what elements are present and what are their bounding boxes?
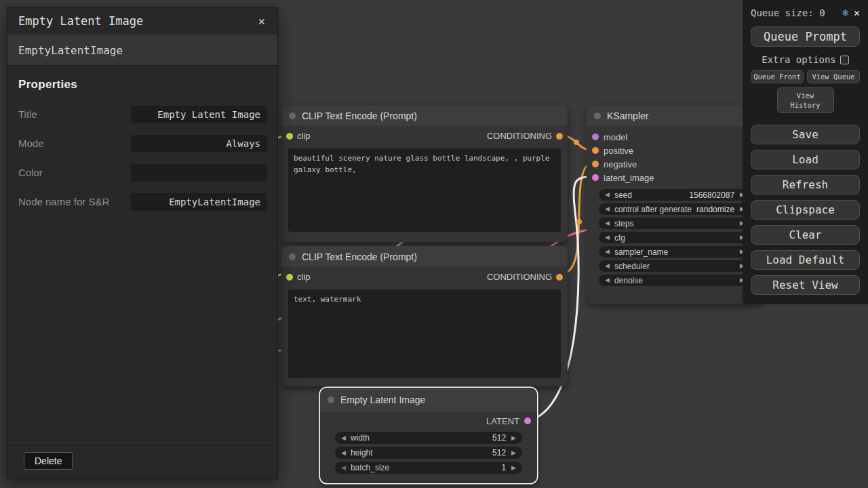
slot-row: clip CONDITIONING [281, 267, 568, 287]
input-slot-model: model [587, 130, 763, 144]
node-clip-text-encode-positive[interactable]: CLIP Text Encode (Prompt) clip CONDITION… [281, 105, 568, 242]
view-history-button[interactable]: View History [777, 87, 834, 113]
decrement-arrow-icon[interactable]: ◀ [605, 235, 610, 241]
widget-height[interactable]: ◀ height 512 ▶ [335, 447, 522, 459]
decrement-arrow-icon[interactable]: ◀ [605, 263, 610, 269]
settings-snowflake-icon[interactable]: ❄ [842, 7, 848, 19]
decrement-arrow-icon[interactable]: ◀ [341, 450, 346, 456]
latent-input-port[interactable] [592, 174, 599, 181]
collapse-dot-icon[interactable] [328, 396, 334, 403]
collapse-dot-icon[interactable] [289, 253, 296, 260]
widget-name: width [351, 433, 370, 443]
decrement-arrow-icon[interactable]: ◀ [341, 435, 346, 441]
collapse-dot-icon[interactable] [289, 113, 296, 119]
slot-label: CONDITIONING [487, 131, 552, 141]
extra-options-row: Extra options [751, 54, 860, 65]
positive-input-port[interactable] [592, 147, 599, 154]
input-slot-clip: clip [286, 131, 311, 141]
widget-name: denoise [614, 276, 643, 285]
output-slot-conditioning: CONDITIONING [487, 272, 563, 282]
node-header[interactable]: KSampler [587, 105, 763, 126]
queue-front-button[interactable]: Queue Front [751, 70, 804, 83]
decrement-arrow-icon[interactable]: ◀ [605, 220, 610, 226]
slot-label: positive [604, 146, 633, 156]
dialog-title: Empty Latent Image [18, 14, 253, 28]
input-slot-clip: clip [286, 272, 311, 282]
decrement-arrow-icon[interactable]: ◀ [605, 206, 610, 212]
node-name-field[interactable]: EmptyLatentImage [131, 193, 267, 211]
slot-row: clip CONDITIONING [281, 126, 568, 146]
slot-label: clip [297, 131, 311, 141]
field-label: Node name for S&R [18, 195, 120, 209]
increment-arrow-icon[interactable]: ▶ [511, 435, 516, 441]
close-menu-icon[interactable]: ✕ [854, 7, 860, 19]
widget-value: 512 [492, 448, 506, 458]
mode-select[interactable]: Always [131, 135, 267, 152]
widget-name: steps [614, 219, 634, 228]
decrement-arrow-icon[interactable]: ◀ [605, 192, 610, 198]
widget-cfg[interactable]: ◀ cfg ▶ [599, 232, 751, 243]
widget-value: 1566802087 [689, 190, 734, 200]
node-empty-latent-image[interactable]: Empty Latent Image LATENT ◀ width 512 ▶ … [320, 388, 537, 483]
negative-input-port[interactable] [592, 161, 599, 167]
queue-buttons-row: Queue Front View Queue [751, 70, 860, 83]
clip-input-port[interactable] [286, 133, 293, 140]
collapse-dot-icon[interactable] [594, 113, 601, 119]
wire-midpoint-dot [574, 140, 579, 145]
widget-scheduler[interactable]: ◀ scheduler ▶ [599, 260, 751, 272]
conditioning-output-port[interactable] [556, 133, 563, 140]
widget-control-after-generate[interactable]: ◀ control after generate randomize ▶ [599, 203, 751, 215]
clip-input-port[interactable] [286, 274, 293, 281]
extra-options-checkbox[interactable] [840, 56, 849, 64]
field-row-title: Title Empty Latent Image [18, 105, 267, 124]
save-button[interactable]: Save [751, 125, 860, 144]
increment-arrow-icon[interactable]: ▶ [511, 465, 516, 471]
field-row-color: Color [18, 163, 267, 182]
color-field[interactable] [131, 164, 267, 182]
node-header[interactable]: CLIP Text Encode (Prompt) [281, 105, 568, 126]
prompt-textarea[interactable]: text, watermark [288, 289, 561, 378]
refresh-button[interactable]: Refresh [751, 175, 860, 195]
clear-button[interactable]: Clear [751, 225, 860, 245]
queue-prompt-button[interactable]: Queue Prompt [751, 26, 860, 47]
widget-sampler-name[interactable]: ◀ sampler_name ▶ [599, 246, 751, 258]
prompt-textarea[interactable]: beautiful scenery nature glass bottle la… [288, 148, 561, 232]
decrement-arrow-icon[interactable]: ◀ [605, 249, 610, 255]
view-queue-button[interactable]: View Queue [807, 70, 860, 83]
node-ksampler[interactable]: KSampler model positive negative latent_… [587, 105, 763, 304]
latent-output-port[interactable] [524, 418, 531, 424]
output-slot-conditioning: CONDITIONING [487, 131, 563, 141]
node-properties-dialog: Empty Latent Image ✕ EmptyLatentImage Pr… [7, 7, 278, 479]
title-field[interactable]: Empty Latent Image [131, 106, 267, 123]
menu-header: Queue size: 0 ❄ ✕ [751, 4, 860, 22]
node-header[interactable]: Empty Latent Image [320, 388, 537, 412]
increment-arrow-icon[interactable]: ▶ [511, 450, 516, 456]
input-slot-positive: positive [587, 144, 763, 157]
node-class-name: EmptyLatentImage [7, 35, 277, 66]
slot-label: CONDITIONING [487, 272, 552, 282]
node-clip-text-encode-negative[interactable]: CLIP Text Encode (Prompt) clip CONDITION… [281, 246, 568, 386]
widget-width[interactable]: ◀ width 512 ▶ [335, 432, 522, 444]
reset-view-button[interactable]: Reset View [751, 275, 860, 295]
delete-node-button[interactable]: Delete [24, 452, 73, 470]
node-title: Empty Latent Image [340, 394, 425, 405]
widget-seed[interactable]: ◀ seed 1566802087 ▶ [599, 189, 751, 201]
field-label: Title [18, 108, 120, 121]
slot-label: model [604, 132, 627, 142]
load-button[interactable]: Load [751, 150, 860, 169]
model-input-port[interactable] [592, 134, 599, 140]
widget-name: scheduler [614, 262, 650, 271]
close-dialog-icon[interactable]: ✕ [253, 13, 271, 29]
decrement-arrow-icon[interactable]: ◀ [605, 277, 610, 283]
widget-batch-size[interactable]: ◀ batch_size 1 ▶ [335, 462, 522, 474]
load-default-button[interactable]: Load Default [751, 250, 860, 270]
clipspace-button[interactable]: Clipspace [751, 200, 860, 220]
conditioning-output-port[interactable] [556, 274, 563, 281]
decrement-arrow-icon[interactable]: ◀ [341, 465, 346, 471]
node-header[interactable]: CLIP Text Encode (Prompt) [281, 246, 568, 267]
wire-midpoint-dot [576, 219, 582, 224]
comfy-menu: Queue size: 0 ❄ ✕ Queue Prompt Extra opt… [743, 0, 868, 304]
widget-name: cfg [614, 233, 625, 243]
widget-steps[interactable]: ◀ steps ▶ [599, 218, 751, 229]
widget-denoise[interactable]: ◀ denoise ▶ [599, 274, 751, 286]
